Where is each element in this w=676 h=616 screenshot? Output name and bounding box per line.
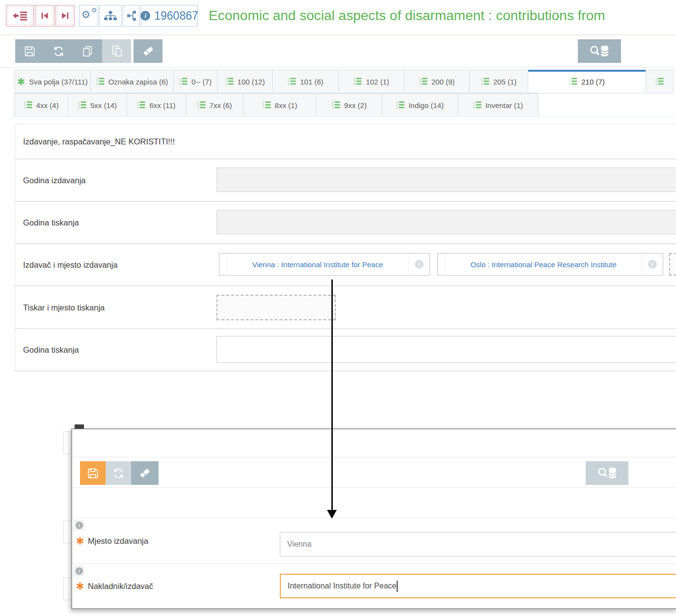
ordered-list-icon: 1 2 3 bbox=[24, 101, 32, 109]
nakladnik-izdavac-input[interactable]: International Institute for Peace bbox=[280, 574, 676, 598]
search-database-button[interactable] bbox=[578, 39, 621, 63]
section-title: Izdavanje, raspačavanje_NE KORISTITI!!! bbox=[23, 137, 175, 146]
tab-4xx-4-[interactable]: 1 2 34xx (4) bbox=[14, 93, 68, 117]
popup-empty-row-2 bbox=[72, 488, 676, 518]
add-publisher-slot[interactable] bbox=[669, 253, 676, 276]
field-info-button[interactable]: i bbox=[74, 520, 84, 531]
search-database-icon bbox=[596, 465, 619, 481]
publisher-detail-popup: i Mjesto izdavanja Vienna i Nakladnik/iz… bbox=[71, 428, 676, 609]
field-row-godina-tiskanja-2: Godina tiskanja bbox=[15, 329, 676, 371]
ordered-list-icon: 1 2 3 bbox=[332, 101, 340, 109]
ordered-list-icon: 1 2 3 bbox=[96, 78, 105, 85]
tabs-bottom-border bbox=[15, 116, 676, 117]
svg-text:3: 3 bbox=[332, 106, 333, 109]
gears-icon: ⚙⚙ bbox=[81, 8, 96, 23]
previous-record-button[interactable] bbox=[35, 5, 54, 27]
popup-clear-button[interactable] bbox=[131, 461, 159, 485]
next-record-button[interactable] bbox=[55, 5, 75, 27]
popup-search-database-button[interactable] bbox=[586, 461, 628, 485]
chip-info-button[interactable]: i bbox=[642, 253, 663, 275]
tab-5xx-14-[interactable]: 1 2 35xx (14) bbox=[68, 93, 127, 117]
tab-9xx-2-[interactable]: 1 2 39xx (2) bbox=[316, 93, 382, 117]
tab-205-1-[interactable]: 1 2 3205 (1) bbox=[469, 70, 528, 93]
documents-icon bbox=[110, 45, 123, 57]
required-field-icon bbox=[76, 537, 84, 545]
info-icon: i bbox=[648, 260, 657, 269]
save-icon bbox=[87, 467, 99, 479]
tab-label: 4xx (4) bbox=[36, 101, 59, 110]
ordered-list-icon: 1 2 3 bbox=[137, 101, 145, 109]
tab-sva-polja-37-111-[interactable]: Sva polja (37/111) bbox=[14, 70, 91, 93]
tab-indigo-14-[interactable]: 1 2 3Indigo (14) bbox=[382, 93, 458, 117]
paste-fields-button[interactable] bbox=[102, 39, 131, 63]
field-info-button[interactable]: i bbox=[74, 565, 84, 576]
godina-tiskanja-input-2[interactable] bbox=[216, 336, 676, 363]
settings-button[interactable]: ⚙⚙ bbox=[79, 5, 98, 27]
field-row-godina-tiskanja-1: Godina tiskanja bbox=[15, 201, 676, 244]
tiskar-add-slot[interactable] bbox=[216, 295, 336, 320]
ordered-list-icon: 1 2 3 bbox=[481, 78, 489, 85]
svg-text:3: 3 bbox=[288, 83, 290, 85]
tab-oznaka-zapisa-6-[interactable]: 1 2 3Oznaka zapisa (6) bbox=[90, 70, 174, 93]
info-icon: i bbox=[76, 567, 83, 575]
record-id: 1960867 bbox=[154, 9, 198, 23]
record-id-button[interactable]: i 1960867 bbox=[141, 5, 198, 27]
required-field-icon bbox=[76, 582, 84, 590]
covered-row-stub bbox=[63, 578, 72, 600]
next-row-edge bbox=[15, 371, 676, 371]
next-icon bbox=[60, 11, 70, 21]
save-button[interactable] bbox=[15, 39, 44, 63]
refresh-button[interactable] bbox=[44, 39, 73, 63]
tab-200-9-[interactable]: 1 2 3200 (9) bbox=[404, 70, 470, 93]
record-editor-page: ⚙⚙ i 1960867 Economic and social aspects… bbox=[0, 0, 676, 616]
tab-0-7-[interactable]: 1 2 30-- (7) bbox=[173, 70, 217, 93]
publisher-chip-oslo[interactable]: Oslo : International Peace Research Inst… bbox=[437, 253, 663, 276]
tab-label: 205 (1) bbox=[493, 78, 517, 86]
copy-button[interactable] bbox=[73, 39, 102, 63]
chip-text: Oslo : International Peace Research Inst… bbox=[445, 253, 642, 275]
tab-102-1-[interactable]: 1 2 3102 (1) bbox=[338, 70, 405, 93]
search-database-icon bbox=[588, 43, 611, 59]
svg-text:3: 3 bbox=[481, 83, 483, 85]
back-to-list-button[interactable] bbox=[6, 5, 34, 27]
svg-text:3: 3 bbox=[137, 106, 139, 109]
toolbar-separator bbox=[0, 67, 676, 68]
tab-row-2: 1 2 34xx (4) 1 2 35xx (14) 1 2 36xx (11)… bbox=[15, 93, 539, 117]
ordered-list-icon: 1 2 3 bbox=[288, 78, 296, 85]
tab-label: Indigo (14) bbox=[408, 101, 444, 110]
tab-100-12-[interactable]: 1 2 3100 (12) bbox=[217, 70, 273, 93]
field-label: Izdavač i mjesto izdavanja bbox=[23, 260, 118, 270]
ordered-list-icon: 1 2 3 bbox=[396, 101, 405, 109]
tab-label: 200 (9) bbox=[432, 78, 455, 86]
popup-refresh-button[interactable] bbox=[106, 461, 131, 485]
mjesto-izdavanja-input[interactable]: Vienna bbox=[280, 532, 676, 557]
tab-7xx-6-[interactable]: 1 2 37xx (6) bbox=[186, 93, 243, 117]
info-icon: i bbox=[140, 11, 150, 21]
tab-inventar-1-[interactable]: 1 2 3Inventar (1) bbox=[458, 93, 539, 117]
tab-210-7-[interactable]: 1 2 3210 (7) bbox=[528, 70, 646, 93]
publisher-chip-vienna[interactable]: Vienna : International Institute for Pea… bbox=[219, 253, 430, 276]
ordered-list-icon: 1 2 3 bbox=[655, 78, 664, 85]
chip-info-button[interactable]: i bbox=[408, 253, 430, 275]
tab-partial[interactable]: 1 2 3 bbox=[646, 70, 674, 93]
clear-button[interactable] bbox=[134, 39, 162, 63]
tab-6xx-11-[interactable]: 1 2 36xx (11) bbox=[127, 93, 186, 117]
tab-label: 210 (7) bbox=[581, 78, 605, 86]
field-label: Godina tiskanja bbox=[23, 345, 79, 355]
svg-text:3: 3 bbox=[225, 83, 227, 85]
popup-save-button[interactable] bbox=[80, 461, 106, 485]
svg-text:3: 3 bbox=[396, 106, 398, 109]
tab-8xx-1-[interactable]: 1 2 38xx (1) bbox=[243, 93, 317, 117]
hierarchy-button[interactable] bbox=[123, 5, 140, 27]
chip-left-pad bbox=[219, 253, 227, 275]
input-value: Vienna bbox=[287, 540, 312, 549]
chip-text: Vienna : International Institute for Pea… bbox=[227, 253, 408, 275]
popup-handle[interactable] bbox=[75, 424, 84, 429]
tab-label: 9xx (2) bbox=[344, 101, 367, 110]
tab-label: Inventar (1) bbox=[486, 101, 523, 110]
svg-text:3: 3 bbox=[24, 106, 26, 109]
sitemap-button[interactable] bbox=[99, 5, 122, 27]
input-value: International Institute for Peace bbox=[288, 582, 396, 590]
tab-101-6-[interactable]: 1 2 3101 (6) bbox=[272, 70, 339, 93]
tab-label: 6xx (11) bbox=[149, 101, 175, 110]
